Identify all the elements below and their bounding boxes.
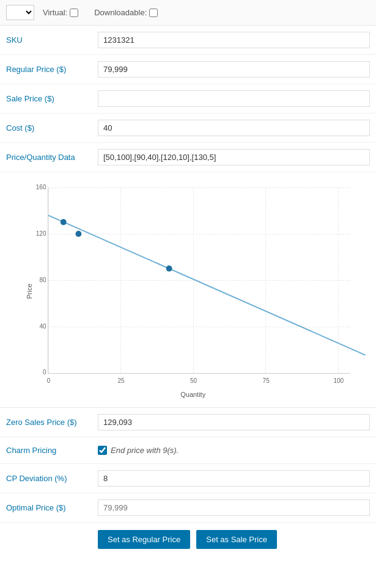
chart-container: Price 160 120 80 40 0 [0,172,376,408]
charm-pricing-checkbox[interactable] [98,446,107,455]
sale-price-label: Sale Price ($) [6,94,98,103]
optimal-price-label: Optimal Price ($) [6,503,98,512]
pq-data-input[interactable] [98,149,370,165]
chart-svg [48,187,350,373]
buttons-row: Set as Regular Price Set as Sale Price [0,523,376,559]
cp-deviation-input-wrapper [98,470,370,487]
sale-price-input-wrapper [98,90,370,107]
charm-pricing-label: Charm Pricing [6,446,98,455]
cp-deviation-row: CP Deviation (%) [0,464,376,493]
sku-input[interactable] [98,32,370,48]
charm-pricing-row: Charm Pricing End price with 9(s). [0,437,376,464]
data-point-2 [75,231,81,237]
y-axis-label: Price [25,283,32,299]
optimal-price-input[interactable] [98,499,370,516]
downloadable-label: Downloadable: [94,8,147,17]
pq-data-input-wrapper [98,149,370,165]
product-type-select[interactable] [6,5,34,20]
cp-deviation-label: CP Deviation (%) [6,474,98,483]
data-point-3 [166,266,172,272]
sale-price-row: Sale Price ($) [0,84,376,114]
regular-price-input[interactable] [98,61,370,78]
trend-line [48,216,366,355]
regular-price-label: Regular Price ($) [6,65,98,74]
charm-pricing-input-wrapper: End price with 9(s). [98,446,370,455]
pq-data-label: Price/Quantity Data [6,153,98,162]
cost-label: Cost ($) [6,123,98,132]
chart-area: 160 120 80 40 0 0 [48,187,350,374]
x-axis-label: Quantity [180,391,205,398]
set-sale-price-button[interactable]: Set as Sale Price [196,530,277,549]
zero-sales-row: Zero Sales Price ($) [0,408,376,437]
top-bar: Virtual: Downloadable: [0,0,376,26]
charm-pricing-text: End price with 9(s). [111,446,179,455]
cost-row: Cost ($) [0,114,376,143]
sku-input-wrapper [98,32,370,48]
virtual-checkbox[interactable] [70,9,78,17]
cost-input[interactable] [98,120,370,136]
virtual-label: Virtual: [43,8,67,17]
pq-data-row: Price/Quantity Data [0,143,376,172]
sale-price-input[interactable] [98,90,370,107]
optimal-price-row: Optimal Price ($) [0,493,376,523]
data-point-1 [60,219,66,225]
set-regular-price-button[interactable]: Set as Regular Price [98,530,190,549]
zero-sales-input[interactable] [98,414,370,430]
cost-input-wrapper [98,120,370,136]
regular-price-input-wrapper [98,61,370,78]
regular-price-row: Regular Price ($) [0,55,376,84]
downloadable-checkbox[interactable] [149,9,158,17]
sku-row: SKU [0,26,376,55]
zero-sales-input-wrapper [98,414,370,430]
zero-sales-label: Zero Sales Price ($) [6,418,98,427]
optimal-price-input-wrapper [98,499,370,516]
chart-wrapper: Price 160 120 80 40 0 [20,181,356,401]
cp-deviation-input[interactable] [98,470,370,487]
sku-label: SKU [6,35,98,45]
